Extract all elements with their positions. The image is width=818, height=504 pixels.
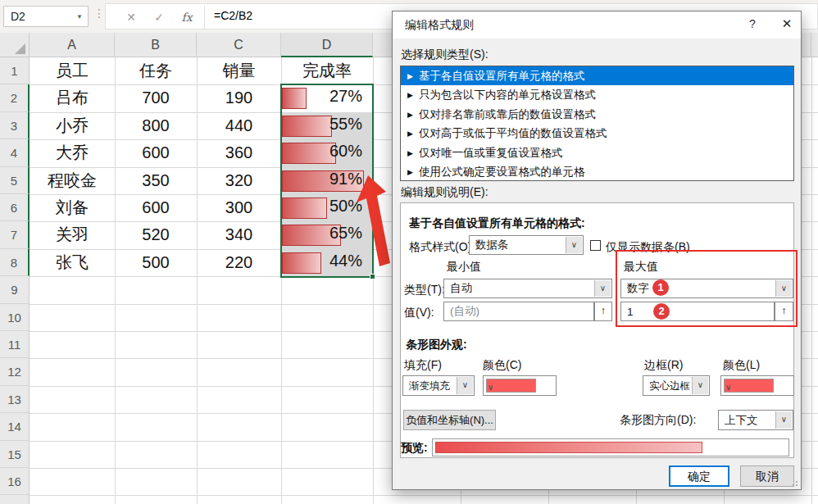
chevron-down-icon[interactable]: ∨ [457, 377, 473, 394]
insert-function-icon[interactable]: fx [176, 7, 198, 27]
cancel-icon[interactable]: ✕ [120, 7, 142, 27]
cell[interactable]: 关羽 [30, 221, 115, 248]
cell-completion-rate[interactable]: 27% [281, 84, 373, 111]
negative-values-axis-button[interactable]: 负值和坐标轴(N)... [403, 410, 496, 430]
show-bar-only-checkbox[interactable] [590, 240, 601, 251]
name-box[interactable]: D2 ▼ [3, 6, 89, 27]
formula-input[interactable]: =C2/B2 [214, 9, 252, 22]
cell[interactable]: 任务 [115, 57, 197, 84]
cell[interactable]: 600 [115, 194, 197, 221]
cell[interactable]: 程咬金 [30, 167, 115, 194]
cell[interactable]: 520 [115, 221, 197, 248]
row-header-15[interactable]: 15 [0, 441, 30, 468]
cell[interactable]: 吕布 [30, 84, 115, 111]
row-header-11[interactable]: 11 [0, 331, 30, 358]
rule-type-option[interactable]: ▶仅对唯一值或重复值设置格式 [401, 143, 793, 162]
row-header-1[interactable]: 1 [0, 57, 30, 84]
cell[interactable]: 600 [115, 139, 197, 166]
row-header-4[interactable]: 4 [0, 139, 30, 166]
row-header-5[interactable]: 5 [0, 167, 30, 194]
preview-box [432, 438, 789, 456]
max-type-dropdown[interactable]: 数字 ∨ [620, 279, 793, 298]
data-bar [282, 198, 327, 219]
row-header-8[interactable]: 8 [0, 249, 30, 276]
column-header-D[interactable]: D [281, 33, 373, 57]
rule-type-option-selected[interactable]: ▶基于各自值设置所有单元格的格式 [401, 66, 793, 85]
row-header-17[interactable]: 17 [0, 495, 30, 504]
cell[interactable]: 500 [115, 249, 197, 276]
border-color-dropdown[interactable]: ∨ [720, 375, 794, 396]
min-value-input[interactable]: (自动) [443, 302, 594, 321]
dialog-title-bar: 编辑格式规则 ? ✕ [393, 11, 801, 39]
row-header-7[interactable]: 7 [0, 221, 30, 248]
max-value-input[interactable]: 1 [620, 302, 775, 321]
column-header-A[interactable]: A [30, 33, 115, 57]
cell[interactable]: 刘备 [30, 194, 115, 221]
cell[interactable]: 800 [115, 112, 197, 139]
resize-grip[interactable] [792, 480, 798, 487]
chevron-down-icon[interactable]: ∨ [775, 411, 792, 429]
cell[interactable]: 350 [115, 167, 197, 194]
min-type-dropdown[interactable]: 自动 ∨ [443, 279, 612, 298]
cancel-button[interactable]: 取消 [740, 465, 794, 487]
cell[interactable]: 360 [197, 139, 281, 166]
row-header-14[interactable]: 14 [0, 413, 30, 440]
rule-type-option[interactable]: ▶仅对高于或低于平均值的数值设置格式 [401, 124, 793, 143]
cell[interactable]: 300 [197, 194, 281, 221]
min-collapse-dialog-button[interactable]: ↑ [594, 302, 612, 321]
column-header-C[interactable]: C [197, 33, 281, 57]
fill-color-dropdown[interactable]: ∨ [483, 375, 557, 396]
border-type-dropdown[interactable]: 实心边框 ∨ [643, 375, 710, 396]
cell[interactable]: 小乔 [30, 112, 115, 139]
column-header-B[interactable]: B [115, 33, 197, 57]
cell[interactable]: 张飞 [30, 249, 115, 276]
rule-type-label: 仅对高于或低于平均值的数值设置格式 [419, 127, 607, 139]
chevron-down-icon[interactable]: ∨ [484, 376, 489, 389]
select-all-corner[interactable] [0, 33, 30, 57]
rule-type-option[interactable]: ▶使用公式确定要设置格式的单元格 [401, 162, 793, 181]
close-icon[interactable]: ✕ [776, 16, 798, 34]
name-box-dropdown-arrow-icon[interactable]: ▼ [76, 7, 83, 27]
cell-value: 27% [329, 87, 362, 106]
chevron-down-icon[interactable]: ∨ [692, 377, 708, 394]
chevron-down-icon[interactable]: ∨ [775, 280, 792, 297]
cell-completion-rate[interactable]: 55% [281, 112, 373, 139]
cell[interactable]: 190 [197, 84, 281, 111]
help-icon[interactable]: ? [743, 17, 761, 34]
cell[interactable]: 220 [197, 249, 281, 276]
row-header-2[interactable]: 2 [0, 84, 30, 111]
cell[interactable]: 完成率 [281, 57, 373, 84]
cell[interactable]: 大乔 [30, 139, 115, 166]
cell[interactable]: 440 [197, 112, 281, 139]
row-header-6[interactable]: 6 [0, 194, 30, 221]
row-header-13[interactable]: 13 [0, 386, 30, 413]
row-header-3[interactable]: 3 [0, 112, 30, 139]
cell[interactable]: 700 [115, 84, 197, 111]
border-label: 边框(R) [644, 358, 683, 373]
cell[interactable]: 340 [197, 221, 281, 248]
ok-button[interactable]: 确定 [669, 465, 729, 487]
row-header-16[interactable]: 16 [0, 468, 30, 495]
column-header[interactable] [811, 33, 818, 57]
row-header-12[interactable]: 12 [0, 358, 30, 385]
chevron-down-icon[interactable]: ∨ [566, 237, 582, 253]
chevron-down-icon[interactable]: ∨ [721, 376, 727, 389]
bar-direction-dropdown[interactable]: 上下文 ∨ [718, 410, 793, 430]
format-style-dropdown[interactable]: 数据条 ∨ [469, 235, 584, 255]
gridline [373, 57, 374, 504]
fill-type-dropdown[interactable]: 渐变填充 ∨ [402, 375, 475, 396]
max-value-text: 1 [627, 306, 634, 318]
cell[interactable]: 员工 [30, 57, 115, 84]
cell[interactable]: 320 [197, 167, 281, 194]
max-collapse-dialog-button[interactable]: ↑ [775, 302, 793, 321]
preview-label: 预览: [401, 441, 428, 456]
enter-icon[interactable]: ✓ [148, 7, 170, 27]
row-header-10[interactable]: 10 [0, 304, 30, 331]
chevron-down-icon[interactable]: ∨ [594, 280, 611, 297]
value-label: 值(V): [404, 306, 434, 320]
rule-type-option[interactable]: ▶仅对排名靠前或靠后的数值设置格式 [401, 105, 793, 124]
row-header-9[interactable]: 9 [0, 276, 30, 303]
cell[interactable]: 销量 [197, 57, 281, 84]
rule-type-option[interactable]: ▶只为包含以下内容的单元格设置格式 [401, 85, 793, 104]
cell-completion-rate[interactable]: 60% [281, 139, 373, 166]
